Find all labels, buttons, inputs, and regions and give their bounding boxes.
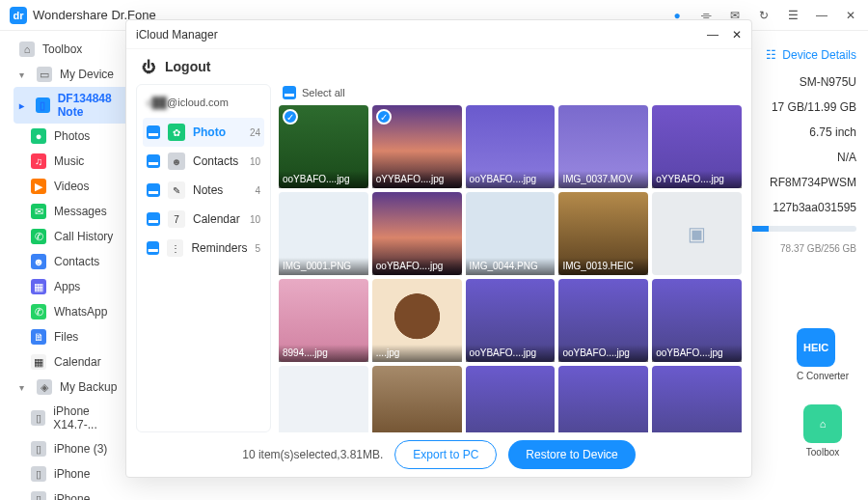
- minimize-icon[interactable]: —: [707, 28, 719, 42]
- chevron-right-icon: ▸: [19, 100, 28, 111]
- sidebar-item-messages[interactable]: ✉Messages: [14, 199, 139, 224]
- sidebar-item-call-history[interactable]: ✆Call History: [14, 224, 139, 249]
- category-reminders[interactable]: ▬⋮Reminders5: [143, 234, 264, 263]
- close-icon[interactable]: ✕: [843, 8, 858, 23]
- restore-button[interactable]: Restore to Device: [508, 440, 635, 469]
- sidebar-item-label: Messages: [54, 205, 107, 218]
- sidebar-item-label: WhatsApp: [54, 305, 107, 319]
- sidebar-item-files[interactable]: 🗎Files: [14, 324, 139, 349]
- calendar-icon: ▦: [31, 354, 46, 370]
- logout-label: Logout: [165, 59, 210, 74]
- thumbnail[interactable]: IMG_0019.HEIC: [558, 192, 648, 275]
- backup-item[interactable]: ▯iPhone: [14, 461, 139, 486]
- backup-item[interactable]: ▯iPhone (3): [14, 436, 139, 461]
- photo-icon: ✿: [168, 124, 185, 141]
- sidebar-item-calendar[interactable]: ▦Calendar: [14, 349, 139, 375]
- category-checkbox[interactable]: ▬: [147, 241, 159, 255]
- sidebar-label: Toolbox: [42, 42, 82, 56]
- category-label: Notes: [193, 183, 247, 197]
- backup-item[interactable]: ▯iPhone X14.7-...: [14, 400, 139, 436]
- placeholder-icon: ▣: [688, 222, 706, 245]
- thumbnail-checkbox[interactable]: ✓: [283, 109, 298, 125]
- videos-icon: ▶: [31, 179, 46, 194]
- toolbox-icon[interactable]: ⌂: [803, 404, 842, 443]
- sidebar-device-active[interactable]: ▸▯DF134848 Note: [14, 87, 139, 124]
- category-count: 4: [255, 185, 260, 196]
- thumbnail[interactable]: [279, 366, 368, 432]
- detail-id: 127b3aa031595: [741, 201, 856, 214]
- thumbnail-filename: IMG_0001.PNG: [279, 258, 368, 275]
- contacts-icon: ☻: [168, 153, 185, 170]
- thumbnail[interactable]: ooYBAFO....jpg: [466, 105, 556, 188]
- thumbnail[interactable]: ▣: [652, 192, 742, 275]
- history-icon[interactable]: ↻: [756, 8, 772, 23]
- category-calendar[interactable]: ▬7Calendar10: [143, 205, 264, 234]
- thumbnail[interactable]: [466, 366, 556, 432]
- thumbnail[interactable]: [558, 366, 648, 432]
- sidebar-item-apps[interactable]: ▦Apps: [14, 274, 139, 299]
- backup-label: iPhone: [54, 492, 90, 500]
- thumbnail[interactable]: 8994....jpg: [279, 279, 368, 362]
- thumbnail[interactable]: [372, 366, 462, 432]
- account-email: c██@icloud.com: [143, 93, 264, 118]
- thumbnail[interactable]: ooYBAFO....jpg: [558, 279, 648, 362]
- thumbnail[interactable]: oYYBAFO....jpg: [652, 105, 742, 188]
- select-all-label: Select all: [302, 87, 345, 98]
- thumbnail-filename: oYYBAFO....jpg: [652, 171, 742, 188]
- sidebar-toolbox[interactable]: ⌂Toolbox: [14, 37, 139, 62]
- thumbnail[interactable]: IMG_0037.MOV: [558, 105, 648, 188]
- category-checkbox[interactable]: ▬: [147, 183, 160, 197]
- detail-carrier: N/A: [741, 151, 856, 164]
- backup-item[interactable]: ▯iPhone: [14, 486, 139, 500]
- export-button[interactable]: Export to PC: [394, 440, 497, 469]
- thumbnail-filename: ooYBAFO....jpg: [558, 345, 648, 362]
- category-contacts[interactable]: ▬☻Contacts10: [143, 147, 264, 176]
- sidebar-item-photos[interactable]: ●Photos: [14, 124, 139, 149]
- detail-storage2: 78.37 GB/256 GB: [741, 243, 856, 254]
- phone-icon: ▯: [31, 491, 46, 500]
- minimize-icon[interactable]: —: [814, 8, 829, 23]
- category-photo[interactable]: ▬✿Photo24: [143, 118, 264, 147]
- phone-icon: ▯: [31, 441, 46, 457]
- list-icon[interactable]: ☰: [785, 8, 800, 23]
- sidebar-my-device[interactable]: ▾▭My Device: [14, 62, 139, 87]
- chevron-down-icon: ▾: [19, 69, 29, 80]
- logout-button[interactable]: ⏻Logout: [126, 49, 751, 84]
- select-all[interactable]: ▬Select all: [279, 84, 742, 105]
- detail-storage: 17 GB/11.99 GB: [741, 100, 856, 114]
- thumbnail-filename: 8994....jpg: [279, 345, 368, 362]
- home-icon: ⌂: [19, 42, 35, 57]
- sidebar-item-music[interactable]: ♫Music: [14, 149, 139, 174]
- backup-label: iPhone X14.7-...: [53, 404, 133, 431]
- sidebar-item-whatsapp[interactable]: ✆WhatsApp: [14, 299, 139, 324]
- thumbnail[interactable]: ooYBAFO....jpg: [652, 279, 742, 362]
- thumbnail[interactable]: ....jpg: [372, 279, 462, 362]
- backup-label: iPhone: [54, 467, 90, 481]
- sidebar-my-backup[interactable]: ▾◈My Backup: [14, 375, 139, 400]
- thumbnail-checkbox[interactable]: ✓: [376, 109, 392, 125]
- device-details-title[interactable]: ☷Device Details: [741, 48, 856, 62]
- category-checkbox[interactable]: ▬: [147, 212, 160, 226]
- category-label: Contacts: [193, 154, 242, 168]
- sidebar-item-videos[interactable]: ▶Videos: [14, 174, 139, 199]
- apps-icon: ▦: [31, 279, 46, 294]
- thumbnail[interactable]: IMG_0044.PNG: [466, 192, 556, 275]
- thumbnail-filename: ooYBAFO....jpg: [466, 171, 556, 188]
- select-all-checkbox[interactable]: ▬: [283, 86, 296, 99]
- category-label: Photo: [193, 125, 242, 139]
- thumbnail[interactable]: [652, 366, 742, 432]
- close-icon[interactable]: ✕: [732, 28, 742, 42]
- sidebar-item-label: Contacts: [54, 255, 99, 268]
- thumbnail[interactable]: ooYBAFO....jpg: [466, 279, 556, 362]
- sidebar-item-contacts[interactable]: ☻Contacts: [14, 249, 139, 274]
- thumbnail[interactable]: ✓oYYBAFO....jpg: [372, 105, 462, 188]
- category-notes[interactable]: ▬✎Notes4: [143, 176, 264, 205]
- thumbnail[interactable]: ooYBAFO....jpg: [372, 192, 462, 275]
- thumbnail-filename: IMG_0044.PNG: [466, 258, 556, 275]
- thumbnail[interactable]: ✓ooYBAFO....jpg: [279, 105, 368, 188]
- thumbnail[interactable]: IMG_0001.PNG: [279, 192, 368, 275]
- category-checkbox[interactable]: ▬: [147, 125, 160, 139]
- thumbnail-filename: ooYBAFO....jpg: [372, 258, 462, 275]
- category-checkbox[interactable]: ▬: [147, 154, 160, 168]
- heic-converter-icon[interactable]: HEIC: [797, 328, 835, 367]
